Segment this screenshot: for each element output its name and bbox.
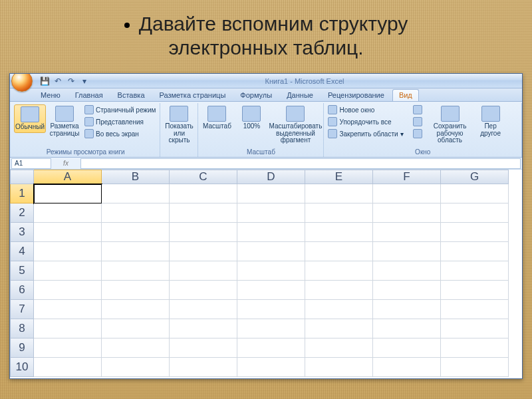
cell-E4[interactable] xyxy=(305,242,373,261)
cell-A8[interactable] xyxy=(34,319,102,338)
show-hide-button[interactable]: Показать или скрыть xyxy=(163,104,195,146)
arrange-all-button[interactable]: Упорядочить все xyxy=(327,116,404,127)
cell-E3[interactable] xyxy=(305,223,373,242)
row-header-10[interactable]: 10 xyxy=(10,358,34,377)
column-header-C[interactable]: C xyxy=(170,170,237,184)
cell-A9[interactable] xyxy=(34,338,102,358)
row-header-1[interactable]: 1 xyxy=(10,184,34,203)
fx-icon[interactable]: fx xyxy=(63,160,68,167)
cell-C8[interactable] xyxy=(170,319,237,338)
column-header-F[interactable]: F xyxy=(373,170,441,184)
cell-E2[interactable] xyxy=(305,203,373,223)
split-button[interactable] xyxy=(412,104,424,115)
cell-E10[interactable] xyxy=(305,358,373,377)
cell-F8[interactable] xyxy=(373,319,441,338)
cell-F9[interactable] xyxy=(373,338,441,358)
cell-D2[interactable] xyxy=(237,203,305,223)
zoom-button[interactable]: Масштаб xyxy=(201,104,233,132)
qat-more-icon[interactable]: ▾ xyxy=(79,76,90,86)
cell-A10[interactable] xyxy=(34,358,102,377)
cell-B6[interactable] xyxy=(102,281,170,300)
row-header-8[interactable]: 8 xyxy=(10,319,34,338)
cell-F1[interactable] xyxy=(373,184,441,203)
cell-B8[interactable] xyxy=(102,319,170,338)
cell-E9[interactable] xyxy=(305,338,373,358)
cell-D7[interactable] xyxy=(237,300,305,319)
row-header-5[interactable]: 5 xyxy=(10,261,34,281)
ribbon-tab-2[interactable]: Вставка xyxy=(111,89,152,101)
cell-B2[interactable] xyxy=(102,203,170,223)
row-header-4[interactable]: 4 xyxy=(10,242,34,261)
cell-B7[interactable] xyxy=(102,300,170,319)
cell-G7[interactable] xyxy=(441,300,509,319)
cell-C6[interactable] xyxy=(170,281,237,300)
cell-A7[interactable] xyxy=(34,300,102,319)
worksheet[interactable]: ABCDEFG 12345678910 xyxy=(10,170,522,379)
zoom-to-selection-button[interactable]: Масштабироватьвыделенный фрагмент xyxy=(270,104,321,146)
column-header-A[interactable]: A xyxy=(34,170,102,184)
new-window-button[interactable]: Новое окно xyxy=(327,104,404,115)
cell-C4[interactable] xyxy=(170,242,237,261)
hide-button[interactable] xyxy=(412,116,424,127)
switch-windows-button[interactable]: Пердругое xyxy=(477,104,505,138)
redo-icon[interactable]: ↷ xyxy=(66,76,76,86)
cell-D10[interactable] xyxy=(237,358,305,377)
cell-G1[interactable] xyxy=(441,184,509,203)
formula-input[interactable] xyxy=(80,158,521,169)
cell-C5[interactable] xyxy=(170,261,237,281)
column-header-B[interactable]: B xyxy=(102,170,170,184)
cell-G10[interactable] xyxy=(441,358,509,377)
cell-E7[interactable] xyxy=(305,300,373,319)
column-header-G[interactable]: G xyxy=(441,170,509,184)
cell-E1[interactable] xyxy=(305,184,373,203)
cell-B9[interactable] xyxy=(102,338,170,358)
cell-D1[interactable] xyxy=(237,184,305,203)
cell-D9[interactable] xyxy=(237,338,305,358)
save-icon[interactable]: 💾 xyxy=(39,76,50,86)
unhide-button[interactable] xyxy=(412,128,424,139)
cell-F3[interactable] xyxy=(373,223,441,242)
view-normal-button[interactable]: Обычный xyxy=(14,104,46,133)
ribbon-tab-3[interactable]: Разметка страницы xyxy=(153,89,233,101)
cell-G2[interactable] xyxy=(441,203,509,223)
ribbon-tab-1[interactable]: Главная xyxy=(68,89,110,101)
column-header-D[interactable]: D xyxy=(237,170,305,184)
office-button[interactable] xyxy=(11,73,33,92)
ribbon-tab-5[interactable]: Данные xyxy=(280,89,320,101)
cell-F7[interactable] xyxy=(373,300,441,319)
cell-F2[interactable] xyxy=(373,203,441,223)
row-header-6[interactable]: 6 xyxy=(10,281,34,300)
column-header-E[interactable]: E xyxy=(305,170,373,184)
cell-G5[interactable] xyxy=(441,261,509,281)
cell-B3[interactable] xyxy=(102,223,170,242)
view-page-break-button[interactable]: Страничный режим xyxy=(83,104,157,115)
row-header-9[interactable]: 9 xyxy=(10,338,34,358)
ribbon-tab-0[interactable]: Меню xyxy=(34,89,67,101)
row-header-7[interactable]: 7 xyxy=(10,300,34,319)
cell-C7[interactable] xyxy=(170,300,237,319)
cell-G4[interactable] xyxy=(441,242,509,261)
cell-A6[interactable] xyxy=(34,281,102,300)
cells-area[interactable] xyxy=(34,184,522,377)
ribbon-tab-6[interactable]: Рецензирование xyxy=(321,89,391,101)
cell-A4[interactable] xyxy=(34,242,102,261)
cell-B10[interactable] xyxy=(102,358,170,377)
row-header-3[interactable]: 3 xyxy=(10,223,34,242)
cell-G3[interactable] xyxy=(441,223,509,242)
cell-A3[interactable] xyxy=(34,223,102,242)
cell-F5[interactable] xyxy=(373,261,441,281)
cell-B1[interactable] xyxy=(102,184,170,203)
cell-G9[interactable] xyxy=(441,338,509,358)
cell-E6[interactable] xyxy=(305,281,373,300)
view-page-layout-button[interactable]: Разметка страницы xyxy=(49,104,80,138)
freeze-panes-button[interactable]: Закрепить области ▾ xyxy=(327,128,404,139)
view-custom-views-button[interactable]: Представления xyxy=(83,116,157,127)
ribbon-tab-7[interactable]: Вид xyxy=(392,89,419,101)
cell-G6[interactable] xyxy=(441,281,509,300)
cell-C10[interactable] xyxy=(170,358,237,377)
cell-E5[interactable] xyxy=(305,261,373,281)
cell-C3[interactable] xyxy=(170,223,237,242)
cell-D5[interactable] xyxy=(237,261,305,281)
cell-E8[interactable] xyxy=(305,319,373,338)
cell-C1[interactable] xyxy=(170,184,237,203)
